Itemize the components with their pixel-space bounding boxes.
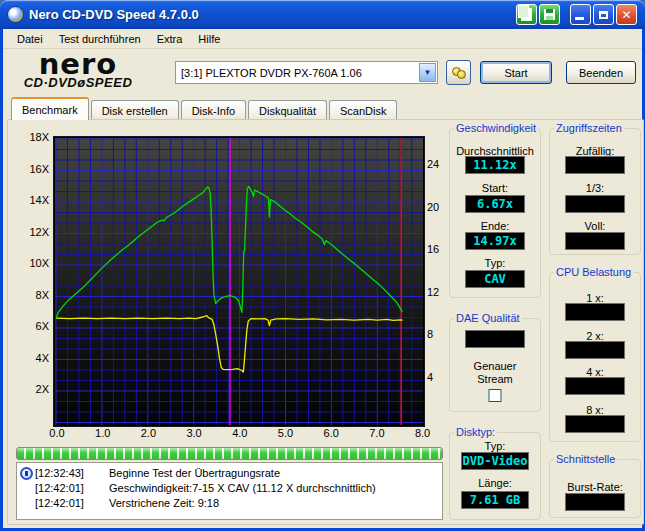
maximize-button[interactable] bbox=[593, 4, 614, 25]
random-access-display bbox=[565, 156, 625, 174]
start-speed-display: 6.67x bbox=[465, 195, 525, 213]
group-title: Disktyp: bbox=[454, 426, 497, 438]
chevron-down-icon[interactable]: ▼ bbox=[419, 63, 436, 82]
tab-benchmark[interactable]: Benchmark bbox=[11, 97, 89, 120]
cpu-4x-display bbox=[565, 377, 625, 395]
tab-disk-erstellen[interactable]: Disk erstellen bbox=[91, 100, 179, 120]
x-axis-label: 4.0 bbox=[225, 427, 255, 439]
eject-disc-icon bbox=[452, 67, 466, 79]
drive-select[interactable]: [3:1] PLEXTOR DVDR PX-760A 1.06 ▼ bbox=[175, 61, 438, 84]
header: nero CD·DVDøSPEED [3:1] PLEXTOR DVDR PX-… bbox=[3, 50, 642, 97]
group-title: Zugriffszeiten bbox=[554, 122, 624, 134]
burst-rate-display bbox=[565, 493, 625, 511]
cpu-2x-display bbox=[565, 341, 625, 359]
tab-scandisk[interactable]: ScanDisk bbox=[329, 100, 397, 120]
group-dae-qualitaet: DAE Qualität Genauer Stream bbox=[449, 312, 541, 412]
menubar: DateiTest durchführenExtraHilfe bbox=[3, 29, 642, 49]
one-third-display bbox=[565, 195, 625, 213]
group-zugriffszeiten: Zugriffszeiten Zufällig: 1/3: Voll: bbox=[549, 122, 641, 255]
close-button[interactable]: ✕ bbox=[616, 4, 637, 25]
menu-item-hilfe[interactable]: Hilfe bbox=[190, 31, 228, 47]
y-axis-label: 8X bbox=[19, 289, 49, 301]
x-axis-label: 7.0 bbox=[362, 427, 392, 439]
group-title: CPU Belastung bbox=[554, 266, 633, 278]
save-icon bbox=[544, 9, 555, 20]
chart-plot-area bbox=[55, 138, 423, 425]
full-access-display bbox=[565, 232, 625, 250]
log-entry: [12:32:43]Beginne Test der Übertragungsr… bbox=[19, 466, 440, 481]
log-message: Verstrichene Zeit: 9:18 bbox=[97, 496, 440, 511]
one-third-label: 1/3: bbox=[549, 182, 641, 194]
accurate-stream-label-2: Stream bbox=[449, 373, 541, 385]
burst-rate-label: Burst-Rate: bbox=[549, 481, 641, 493]
logo-text-cdvdspeed: CD·DVDøSPEED bbox=[15, 77, 141, 89]
disc-type-display: DVD-Video bbox=[461, 452, 529, 470]
tab-diskqualit-t[interactable]: Diskqualität bbox=[248, 100, 327, 120]
progress-bar bbox=[16, 447, 443, 460]
y-axis-label: 18X bbox=[19, 131, 49, 143]
drive-select-value: [3:1] PLEXTOR DVDR PX-760A 1.06 bbox=[176, 67, 419, 79]
accurate-stream-label-1: Genauer bbox=[449, 360, 541, 372]
quit-button[interactable]: Beenden bbox=[566, 61, 636, 84]
x-axis-label: 8.0 bbox=[408, 427, 438, 439]
maximize-icon bbox=[599, 11, 608, 19]
copy-button[interactable] bbox=[516, 4, 537, 25]
log-entry: [12:42:01]Verstrichene Zeit: 9:18 bbox=[19, 496, 440, 511]
group-title: DAE Qualität bbox=[454, 312, 522, 324]
app-window: Nero CD-DVD Speed 4.7.0.0 ✕ DateiTest du… bbox=[0, 0, 645, 531]
minimize-button[interactable] bbox=[570, 4, 591, 25]
window-title: Nero CD-DVD Speed 4.7.0.0 bbox=[29, 7, 514, 22]
menu-item-extra[interactable]: Extra bbox=[149, 31, 191, 47]
accurate-stream-checkbox[interactable] bbox=[489, 389, 502, 402]
x-axis-label: 0.0 bbox=[42, 427, 72, 439]
benchmark-chart bbox=[53, 136, 425, 427]
log-timestamp: [12:42:01] bbox=[35, 481, 97, 496]
x-axis-label: 3.0 bbox=[179, 427, 209, 439]
info-icon bbox=[20, 467, 33, 480]
y-axis-label: 10X bbox=[19, 257, 49, 269]
y-axis-label: 12X bbox=[19, 226, 49, 238]
logo-text-nero: nero bbox=[15, 51, 141, 77]
log-entry: [12:42:01]Geschwindigkeit:7-15 X CAV (11… bbox=[19, 481, 440, 496]
copy-icon bbox=[521, 8, 532, 21]
group-title: Schnittstelle bbox=[554, 453, 617, 465]
start-button[interactable]: Start bbox=[480, 61, 552, 84]
log-timestamp: [12:32:43] bbox=[35, 466, 97, 481]
log-listbox[interactable]: [12:32:43]Beginne Test der Übertragungsr… bbox=[16, 462, 443, 520]
end-speed-display: 14.97x bbox=[465, 232, 525, 250]
y-axis-label: 14X bbox=[19, 194, 49, 206]
group-disktyp: Disktyp: Typ: DVD-Video Länge: 7.61 GB bbox=[449, 426, 541, 520]
x-axis-label: 1.0 bbox=[88, 427, 118, 439]
app-icon bbox=[7, 6, 24, 23]
disc-type-label: Typ: bbox=[449, 440, 541, 452]
save-button[interactable] bbox=[539, 4, 560, 25]
tab-strip: BenchmarkDisk erstellenDisk-InfoDiskqual… bbox=[11, 97, 399, 120]
avg-speed-display: 11.12x bbox=[465, 156, 525, 174]
log-timestamp: [12:42:01] bbox=[35, 496, 97, 511]
menu-item-test-durchf-hren[interactable]: Test durchführen bbox=[51, 31, 149, 47]
nero-logo: nero CD·DVDøSPEED bbox=[15, 51, 141, 89]
group-geschwindigkeit: Geschwindigkeit Durchschnittlich 11.12x … bbox=[449, 122, 541, 298]
full-access-label: Voll: bbox=[549, 220, 641, 232]
y-axis-label: 2X bbox=[19, 383, 49, 395]
cpu-8x-display bbox=[565, 415, 625, 433]
type-label: Typ: bbox=[449, 257, 541, 269]
read-type-display: CAV bbox=[465, 270, 525, 288]
eject-button[interactable] bbox=[446, 60, 471, 85]
dae-quality-display bbox=[465, 330, 525, 348]
close-icon: ✕ bbox=[621, 9, 631, 21]
x-axis-label: 2.0 bbox=[133, 427, 163, 439]
group-title: Geschwindigkeit bbox=[454, 122, 538, 134]
group-schnittstelle: Schnittstelle Burst-Rate: bbox=[549, 453, 641, 518]
x-axis-label: 5.0 bbox=[271, 427, 301, 439]
menu-item-datei[interactable]: Datei bbox=[9, 31, 51, 47]
titlebar[interactable]: Nero CD-DVD Speed 4.7.0.0 ✕ bbox=[0, 0, 645, 29]
disc-length-display: 7.61 GB bbox=[461, 491, 529, 509]
start-label: Start: bbox=[449, 182, 541, 194]
group-cpu-belastung: CPU Belastung 1 x: 2 x: 4 x: 8 x: bbox=[549, 266, 641, 442]
y-axis-label: 6X bbox=[19, 320, 49, 332]
tab-disk-info[interactable]: Disk-Info bbox=[181, 100, 246, 120]
minimize-icon bbox=[575, 17, 584, 20]
cpu-1x-display bbox=[565, 303, 625, 321]
x-axis-label: 6.0 bbox=[316, 427, 346, 439]
